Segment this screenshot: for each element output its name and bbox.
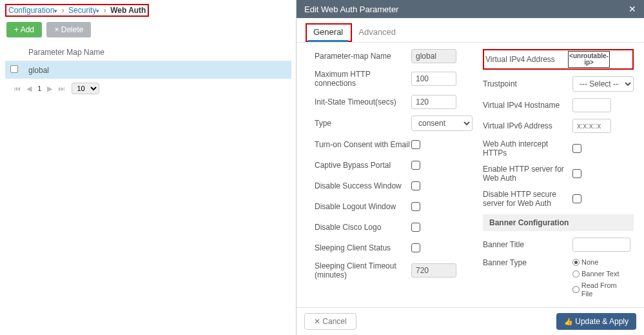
lbl-intercept: Web Auth intercept HTTPs: [483, 139, 572, 158]
input-vip4[interactable]: <unroutable-ip>: [568, 51, 610, 68]
lbl-init-timeout: Init-State Timeout(secs): [315, 97, 411, 107]
row-checkbox[interactable]: [10, 65, 18, 73]
lbl-vip6: Virtual IPv6 Address: [483, 121, 572, 130]
lbl-disable-success: Disable Success Window: [315, 181, 411, 190]
row-name[interactable]: global: [23, 61, 291, 79]
add-button[interactable]: + Add: [6, 22, 42, 37]
chk-disable-logout[interactable]: [411, 202, 420, 211]
thumb-icon: 👍: [564, 318, 573, 325]
chk-sleep-status[interactable]: [411, 243, 420, 252]
lbl-disable-logout: Disable Logout Window: [315, 202, 411, 211]
chk-disable-logo[interactable]: [411, 223, 420, 232]
pager-first-icon[interactable]: ⏮: [14, 85, 21, 92]
breadcrumb: Configuration▾ › Security▾ › Web Auth: [5, 4, 149, 17]
select-type[interactable]: consent: [411, 116, 473, 131]
chk-enable-http[interactable]: [572, 169, 581, 178]
lbl-type: Type: [315, 119, 411, 128]
select-trustpoint[interactable]: --- Select ---: [572, 76, 634, 92]
parameter-map-table: Parameter Map Name global: [5, 44, 291, 79]
input-sleep-timeout[interactable]: [411, 263, 456, 278]
input-init-timeout[interactable]: [411, 95, 456, 109]
lbl-consent-email: Turn-on Consent with Email: [315, 140, 411, 149]
cancel-button[interactable]: ✕ Cancel: [304, 313, 356, 330]
pager-prev-icon[interactable]: ◀: [26, 85, 32, 92]
tab-advanced[interactable]: Advanced: [352, 25, 402, 41]
tab-general[interactable]: General: [307, 25, 349, 41]
radio-file[interactable]: Read From File: [572, 281, 629, 298]
lbl-sleep-status: Sleeping Client Status: [315, 243, 411, 252]
pager-page: 1: [37, 85, 41, 92]
col-header-name[interactable]: Parameter Map Name: [23, 44, 291, 61]
radio-none[interactable]: None: [572, 258, 598, 267]
input-param-name: [411, 49, 456, 63]
lbl-disable-https: Disable HTTP secure server for Web Auth: [483, 190, 572, 208]
lbl-trustpoint: Trustpoint: [483, 79, 572, 88]
input-host4[interactable]: [572, 98, 611, 112]
crumb-webauth: Web Auth: [110, 6, 146, 15]
chk-consent-email[interactable]: [411, 140, 420, 149]
chk-disable-https[interactable]: [572, 194, 581, 203]
update-apply-button[interactable]: 👍Update & Apply: [556, 313, 636, 330]
input-banner-title[interactable]: [572, 238, 630, 252]
lbl-enable-http: Enable HTTP server for Web Auth: [483, 165, 572, 183]
banner-type-group: None Banner Text Read From File: [572, 258, 634, 298]
crumb-security[interactable]: Security: [68, 6, 96, 15]
table-row[interactable]: global: [5, 61, 291, 79]
input-max-http[interactable]: [411, 72, 456, 86]
virtual-ipv4-group: Virtual IPv4 Address <unroutable-ip>: [483, 49, 634, 70]
pager: ⏮ ◀ 1 ▶ ⏭ 10: [5, 83, 291, 94]
crumb-configuration[interactable]: Configuration: [8, 6, 54, 15]
lbl-param-name: Parameter-map Name: [315, 52, 411, 61]
chk-disable-success[interactable]: [411, 181, 420, 190]
panel-title: Edit Web Auth Parameter: [304, 5, 398, 14]
lbl-vip4: Virtual IPv4 Address: [485, 55, 568, 64]
edit-panel: Edit Web Auth Parameter ✕ General Advanc…: [296, 0, 644, 335]
lbl-max-http: Maximum HTTP connections: [315, 70, 411, 88]
close-icon[interactable]: ✕: [629, 4, 636, 14]
radio-text[interactable]: Banner Text: [572, 270, 620, 278]
pager-last-icon[interactable]: ⏭: [58, 85, 65, 92]
chk-captive[interactable]: [411, 161, 420, 170]
banner-section-head: Banner Configuration: [483, 214, 634, 231]
chk-intercept[interactable]: [572, 144, 581, 153]
pager-next-icon[interactable]: ▶: [47, 85, 52, 92]
lbl-host4: Virtual IPv4 Hostname: [483, 101, 572, 110]
delete-button[interactable]: × Delete: [46, 22, 91, 37]
lbl-banner-title: Banner Title: [483, 240, 572, 249]
input-vip6[interactable]: [572, 119, 611, 133]
lbl-disable-logo: Disable Cisco Logo: [315, 223, 411, 232]
lbl-captive: Captive Bypass Portal: [315, 161, 411, 170]
lbl-banner-type: Banner Type: [483, 258, 572, 267]
pager-size-select[interactable]: 10: [72, 83, 99, 94]
lbl-sleep-timeout: Sleeping Client Timeout (minutes): [315, 261, 411, 280]
